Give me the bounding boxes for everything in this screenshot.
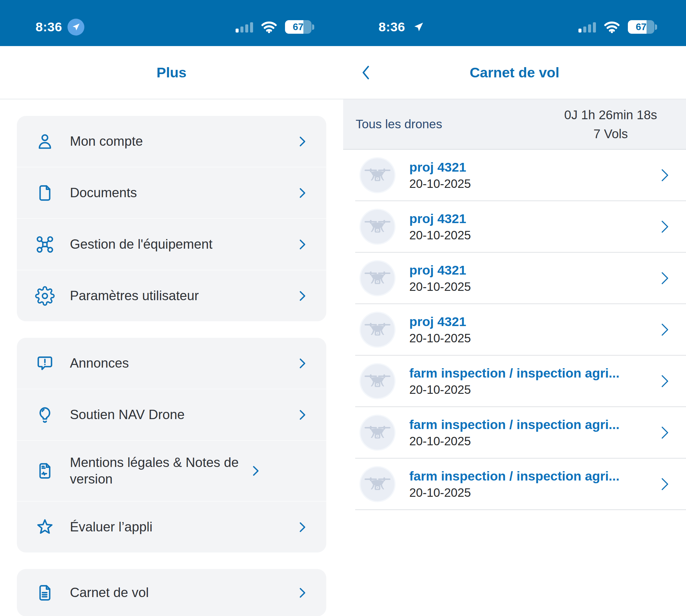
chevron-right-icon: [660, 167, 670, 184]
menu-item-gestion-equipement[interactable]: Gestion de l'équipement: [17, 219, 326, 270]
location-arrow-icon: [67, 19, 84, 36]
clock: 8:36: [379, 20, 405, 34]
person-icon: [35, 132, 55, 151]
wifi-icon: [261, 21, 277, 34]
chevron-right-icon: [251, 464, 261, 478]
menu-item-evaluer-appli[interactable]: Évaluer l’appli: [17, 502, 326, 552]
menu-item-label: Évaluer l’appli: [70, 519, 297, 535]
menu-item-label: Soutien NAV Drone: [70, 406, 297, 423]
flight-list-item[interactable]: proj 4321 20-10-2025: [343, 150, 686, 200]
location-arrow-icon: [412, 21, 425, 33]
cellular-signal-icon: [236, 22, 253, 32]
flight-totals: 0J 1h 26min 18s 7 Vols: [564, 105, 657, 143]
chevron-right-icon: [297, 408, 307, 422]
menu-item-mon-compte[interactable]: Mon compte: [17, 116, 326, 167]
flight-date: 20-10-2025: [409, 177, 660, 191]
flight-log-screen: 8:36 67: [343, 0, 686, 616]
cellular-signal-icon: [578, 22, 596, 32]
menu-card-support: Annonces Soutien NAV Drone: [17, 338, 326, 552]
flight-name: farm inspection / inspection agri...: [409, 366, 660, 380]
wifi-icon: [604, 21, 620, 34]
chevron-right-icon: [660, 476, 670, 493]
more-screen: 8:36 67: [0, 0, 343, 616]
battery-percent: 67: [628, 20, 655, 34]
flight-name: farm inspection / inspection agri...: [409, 469, 660, 484]
flight-summary-band: Tous les drones 0J 1h 26min 18s 7 Vols: [343, 100, 686, 150]
flight-date: 20-10-2025: [409, 228, 660, 242]
menu-item-soutien-nav-drone[interactable]: Soutien NAV Drone: [17, 389, 326, 440]
flight-name: proj 4321: [409, 263, 660, 278]
flight-info: farm inspection / inspection agri... 20-…: [409, 417, 660, 448]
flight-date: 20-10-2025: [409, 331, 660, 345]
battery-cap: [312, 24, 314, 30]
flight-date: 20-10-2025: [409, 435, 660, 448]
clock: 8:36: [36, 20, 62, 34]
chevron-right-icon: [660, 424, 670, 441]
drone-avatar-icon: [361, 416, 394, 449]
menu-item-carnet-de-vol[interactable]: Carnet de vol: [17, 569, 326, 616]
menu-item-label: Annonces: [70, 355, 297, 372]
flight-info: proj 4321 20-10-2025: [409, 263, 660, 293]
page-header: Plus: [0, 46, 343, 100]
status-bar-right: 67: [578, 20, 657, 34]
menu-item-annonces[interactable]: Annonces: [17, 338, 326, 389]
star-icon: [35, 517, 55, 537]
chevron-right-icon: [297, 520, 307, 534]
lightbulb-icon: [35, 405, 55, 425]
divider: [355, 509, 686, 510]
menu-item-parametres-utilisateur[interactable]: Paramètres utilisateur: [17, 270, 326, 321]
flight-info: proj 4321 20-10-2025: [409, 211, 660, 242]
flight-log-icon: [35, 583, 55, 603]
chevron-right-icon: [297, 289, 307, 303]
flight-list-item[interactable]: farm inspection / inspection agri... 20-…: [343, 407, 686, 458]
flight-list-item[interactable]: proj 4321 20-10-2025: [343, 304, 686, 355]
flight-info: proj 4321 20-10-2025: [409, 160, 660, 191]
menu-item-label: Carnet de vol: [70, 585, 297, 601]
flight-list-item[interactable]: farm inspection / inspection agri... 20-…: [343, 356, 686, 406]
menu-item-documents[interactable]: Documents: [17, 168, 326, 218]
menu-item-mentions-legales[interactable]: Mentions légales & Notes de version: [17, 441, 326, 501]
drone-avatar-icon: [361, 313, 394, 347]
battery-icon: 67: [628, 20, 657, 34]
menu-item-label: Mentions légales & Notes de version: [70, 454, 251, 487]
flight-name: proj 4321: [409, 160, 660, 175]
menu-card-flight-log: Carnet de vol: [17, 569, 326, 616]
flight-list-item[interactable]: proj 4321 20-10-2025: [343, 252, 686, 304]
chevron-right-icon: [660, 218, 670, 236]
page-header: Carnet de vol: [343, 46, 686, 100]
drone-avatar-icon: [361, 364, 394, 398]
total-flights: 7 Vols: [564, 124, 657, 143]
drone-filter-label[interactable]: Tous les drones: [356, 117, 442, 131]
back-button[interactable]: [359, 63, 373, 82]
chevron-right-icon: [660, 372, 670, 390]
drone-avatar-icon: [361, 467, 394, 501]
drone-avatar-icon: [361, 210, 394, 244]
flight-list-item[interactable]: proj 4321 20-10-2025: [343, 201, 686, 252]
chevron-right-icon: [297, 134, 307, 149]
menu-item-label: Mon compte: [70, 133, 297, 150]
chevron-right-icon: [660, 321, 670, 338]
status-bar-right: 67: [236, 20, 314, 34]
drone-avatar-icon: [361, 261, 394, 295]
flight-list-item[interactable]: farm inspection / inspection agri... 20-…: [343, 459, 686, 509]
flight-name: farm inspection / inspection agri...: [409, 417, 660, 432]
gear-icon: [35, 286, 55, 306]
chevron-right-icon: [660, 269, 670, 287]
menu-item-label: Documents: [70, 184, 297, 201]
menu-item-label: Gestion de l'équipement: [70, 236, 297, 252]
chevron-right-icon: [297, 356, 307, 371]
flight-list: proj 4321 20-10-2025: [343, 150, 686, 616]
menu-content: Mon compte Documents: [0, 100, 343, 616]
status-bar-left: 8:36: [379, 20, 425, 34]
chevron-right-icon: [297, 186, 307, 200]
flight-name: proj 4321: [409, 211, 660, 226]
battery-cap: [655, 24, 657, 30]
flight-date: 20-10-2025: [409, 383, 660, 397]
total-duration: 0J 1h 26min 18s: [564, 105, 657, 124]
chevron-right-icon: [297, 586, 307, 600]
drone-icon: [35, 235, 55, 255]
battery-icon: 67: [285, 20, 314, 34]
chevron-right-icon: [297, 237, 307, 252]
legal-document-icon: [35, 461, 55, 481]
menu-card-account: Mon compte Documents: [17, 116, 326, 321]
